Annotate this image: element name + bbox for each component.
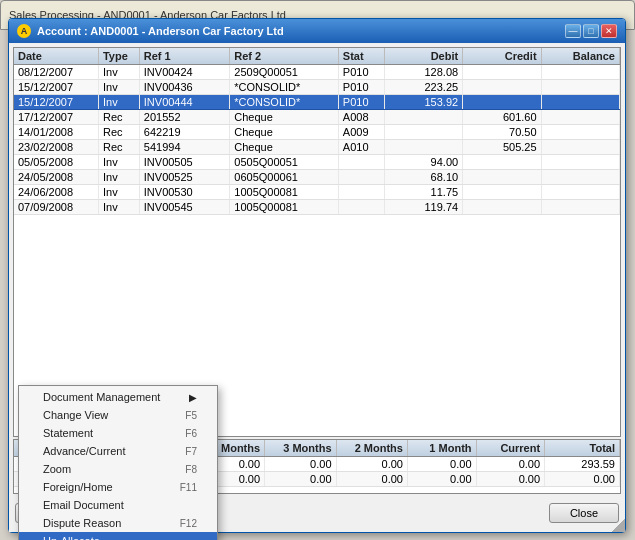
menu-item-foreign-home[interactable]: Foreign/Home F11 xyxy=(19,478,217,496)
cell-type: Inv xyxy=(98,80,139,95)
cell-credit xyxy=(463,80,541,95)
table-row[interactable]: 15/12/2007 Inv INV00444 *CONSOLID* P010 … xyxy=(14,95,620,110)
context-menu: Document Management ▶ Change View F5Stat… xyxy=(18,385,218,540)
menu-item-label: Advance/Current xyxy=(43,445,126,457)
cell-credit xyxy=(463,185,541,200)
menu-item-dispute-reason[interactable]: Dispute Reason F12 xyxy=(19,514,217,532)
menu-item-document-management[interactable]: Document Management ▶ xyxy=(19,388,217,406)
cell-type: Inv xyxy=(98,200,139,215)
cell-debit xyxy=(384,140,462,155)
cell-ref2: 2509Q00051 xyxy=(230,65,339,80)
cell-stat: P010 xyxy=(338,95,384,110)
sum-m3: 0.00 xyxy=(265,472,336,487)
cell-stat xyxy=(338,200,384,215)
cell-balance xyxy=(541,125,619,140)
table-row[interactable]: 07/09/2008 Inv INV00545 1005Q00081 119.7… xyxy=(14,200,620,215)
col-header-ref2: Ref 2 xyxy=(230,48,339,65)
close-dialog-button[interactable]: Close xyxy=(549,503,619,523)
resize-handle[interactable] xyxy=(611,518,625,532)
cell-date: 24/06/2008 xyxy=(14,185,98,200)
sum-m1: 0.00 xyxy=(407,472,476,487)
sum-total: 293.59 xyxy=(545,457,620,472)
cell-ref1: INV00545 xyxy=(139,200,229,215)
title-controls: — □ ✕ xyxy=(565,24,617,38)
cell-type: Inv xyxy=(98,170,139,185)
sum-total: 0.00 xyxy=(545,472,620,487)
sum-col-total: Total xyxy=(545,440,620,457)
cell-ref2: *CONSOLID* xyxy=(230,80,339,95)
sum-current: 0.00 xyxy=(476,472,545,487)
table-row[interactable]: 05/05/2008 Inv INV00505 0505Q00051 94.00 xyxy=(14,155,620,170)
cell-stat: A008 xyxy=(338,110,384,125)
cell-date: 08/12/2007 xyxy=(14,65,98,80)
cell-ref1: INV00505 xyxy=(139,155,229,170)
cell-ref1: INV00530 xyxy=(139,185,229,200)
menu-item-change-view[interactable]: Change View F5 xyxy=(19,406,217,424)
app-icon: A xyxy=(17,24,31,38)
menu-item-label: Document Management xyxy=(43,391,160,403)
cell-stat: P010 xyxy=(338,80,384,95)
table-row[interactable]: 14/01/2008 Rec 642219 Cheque A009 70.50 xyxy=(14,125,620,140)
cell-balance xyxy=(541,95,619,110)
maximize-button[interactable]: □ xyxy=(583,24,599,38)
menu-item-email-document[interactable]: Email Document xyxy=(19,496,217,514)
cell-balance xyxy=(541,185,619,200)
cell-date: 07/09/2008 xyxy=(14,200,98,215)
cell-ref2: 1005Q00081 xyxy=(230,200,339,215)
cell-debit: 119.74 xyxy=(384,200,462,215)
cell-type: Inv xyxy=(98,95,139,110)
cell-credit xyxy=(463,95,541,110)
window-close-button[interactable]: ✕ xyxy=(601,24,617,38)
col-header-date: Date xyxy=(14,48,98,65)
cell-ref1: INV00436 xyxy=(139,80,229,95)
cell-ref1: INV00424 xyxy=(139,65,229,80)
cell-debit: 223.25 xyxy=(384,80,462,95)
cell-debit: 94.00 xyxy=(384,155,462,170)
table-row[interactable]: 24/05/2008 Inv INV00525 0605Q00061 68.10 xyxy=(14,170,620,185)
cell-type: Rec xyxy=(98,140,139,155)
table-row[interactable]: 23/02/2008 Rec 541994 Cheque A010 505.25 xyxy=(14,140,620,155)
sum-current: 0.00 xyxy=(476,457,545,472)
cell-debit: 153.92 xyxy=(384,95,462,110)
cell-debit: 11.75 xyxy=(384,185,462,200)
col-header-ref1: Ref 1 xyxy=(139,48,229,65)
minimize-button[interactable]: — xyxy=(565,24,581,38)
cell-balance xyxy=(541,200,619,215)
cell-debit: 68.10 xyxy=(384,170,462,185)
menu-item-un-allocate[interactable]: Un-Allocate xyxy=(19,532,217,540)
col-header-balance: Balance xyxy=(541,48,619,65)
menu-item-label: Email Document xyxy=(43,499,124,511)
cell-date: 05/05/2008 xyxy=(14,155,98,170)
cell-ref1: 642219 xyxy=(139,125,229,140)
cell-type: Inv xyxy=(98,185,139,200)
sum-m3: 0.00 xyxy=(265,457,336,472)
transactions-table-container[interactable]: Date Type Ref 1 Ref 2 Stat Debit Credit … xyxy=(13,47,621,437)
cell-balance xyxy=(541,140,619,155)
cell-ref2: Cheque xyxy=(230,110,339,125)
menu-item-advance-current[interactable]: Advance/Current F7 xyxy=(19,442,217,460)
cell-date: 24/05/2008 xyxy=(14,170,98,185)
cell-credit xyxy=(463,65,541,80)
menu-shortcut: F11 xyxy=(180,482,197,493)
cell-ref1: INV00444 xyxy=(139,95,229,110)
table-row[interactable]: 08/12/2007 Inv INV00424 2509Q00051 P010 … xyxy=(14,65,620,80)
table-header-row: Date Type Ref 1 Ref 2 Stat Debit Credit … xyxy=(14,48,620,65)
cell-ref2: 1005Q00081 xyxy=(230,185,339,200)
submenu-arrow: ▶ xyxy=(189,392,197,403)
menu-item-label: Foreign/Home xyxy=(43,481,113,493)
menu-item-label: Zoom xyxy=(43,463,71,475)
menu-item-statement[interactable]: Statement F6 xyxy=(19,424,217,442)
menu-item-zoom[interactable]: Zoom F8 xyxy=(19,460,217,478)
cell-date: 15/12/2007 xyxy=(14,95,98,110)
table-row[interactable]: 17/12/2007 Rec 201552 Cheque A008 601.60 xyxy=(14,110,620,125)
cell-date: 23/02/2008 xyxy=(14,140,98,155)
cell-ref2: *CONSOLID* xyxy=(230,95,339,110)
cell-stat: P010 xyxy=(338,65,384,80)
menu-item-label: Dispute Reason xyxy=(43,517,121,529)
cell-ref2: Cheque xyxy=(230,125,339,140)
table-row[interactable]: 15/12/2007 Inv INV00436 *CONSOLID* P010 … xyxy=(14,80,620,95)
cell-ref2: 0505Q00051 xyxy=(230,155,339,170)
table-row[interactable]: 24/06/2008 Inv INV00530 1005Q00081 11.75 xyxy=(14,185,620,200)
menu-shortcut: F6 xyxy=(185,428,197,439)
cell-debit xyxy=(384,110,462,125)
